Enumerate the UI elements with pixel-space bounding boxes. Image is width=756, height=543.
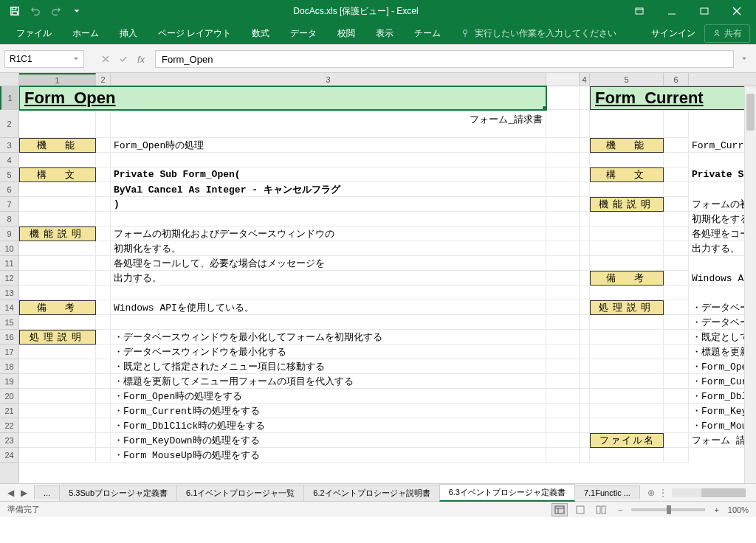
cell[interactable] [580, 433, 590, 448]
cell[interactable] [580, 389, 590, 404]
label-kinou[interactable]: 機 能 [19, 138, 96, 153]
redo-icon[interactable] [47, 2, 65, 20]
cell[interactable] [546, 345, 580, 359]
cell[interactable] [664, 345, 689, 359]
cell[interactable] [546, 359, 580, 374]
cell[interactable] [580, 359, 590, 374]
zoom-handle[interactable] [667, 505, 671, 514]
cell[interactable] [546, 374, 580, 389]
cell[interactable] [546, 153, 580, 167]
cell[interactable] [590, 330, 664, 345]
view-page-break-icon[interactable] [593, 503, 609, 516]
cell[interactable] [96, 138, 111, 153]
cell[interactable] [19, 256, 96, 271]
cell[interactable] [580, 167, 590, 182]
cell[interactable] [96, 110, 111, 138]
cell[interactable] [580, 86, 590, 110]
tab-formulas[interactable]: 数式 [241, 23, 280, 44]
cell[interactable] [664, 182, 689, 197]
label-koubun-r[interactable]: 構 文 [590, 167, 664, 182]
cell[interactable] [664, 286, 689, 300]
cell[interactable] [590, 241, 664, 256]
cell[interactable] [96, 212, 111, 226]
cell-subtitle[interactable]: フォーム_請求書 [111, 110, 546, 138]
cell[interactable] [19, 182, 96, 197]
row-header[interactable]: 23 [0, 433, 18, 448]
cell[interactable] [664, 197, 689, 212]
label-kinou-r[interactable]: 機 能 [590, 138, 664, 153]
cell[interactable] [546, 138, 580, 153]
cell[interactable] [546, 167, 580, 182]
cell[interactable] [580, 330, 590, 345]
cell[interactable] [19, 286, 96, 300]
cell[interactable] [96, 300, 111, 315]
row-header[interactable]: 15 [0, 315, 18, 330]
cell[interactable] [664, 241, 689, 256]
save-icon[interactable] [6, 2, 24, 20]
cell[interactable]: ・Form MouseUp時の処理をする [111, 448, 546, 463]
cell[interactable]: 各処理をコールして、必要な場合はメッセージを [111, 256, 546, 271]
row-header[interactable]: 22 [0, 418, 18, 433]
column-header[interactable]: 6 [664, 73, 689, 86]
label-setsumei-r[interactable]: 機能説明 [590, 197, 664, 212]
cell[interactable] [664, 226, 689, 241]
cell[interactable]: Private Sub Form_Open( [111, 167, 546, 182]
cell[interactable] [19, 374, 96, 389]
view-normal-icon[interactable] [551, 503, 568, 516]
tab-file[interactable]: ファイル [6, 23, 62, 44]
cell[interactable] [546, 241, 580, 256]
cell[interactable] [590, 153, 664, 167]
cell[interactable] [590, 315, 664, 330]
cell[interactable] [580, 418, 590, 433]
row-header[interactable]: 5 [0, 167, 18, 182]
cell[interactable] [580, 110, 590, 138]
sheet-tab-active[interactable]: 6.3イベントプロシージャ定義書 [439, 484, 575, 502]
share-button[interactable]: 共有 [704, 24, 750, 43]
sheet-nav-next-icon[interactable]: ▶ [18, 487, 30, 499]
cell[interactable] [111, 153, 546, 167]
cell[interactable] [546, 286, 580, 300]
cell[interactable] [580, 404, 590, 418]
cell[interactable]: 出力する。 [111, 271, 546, 286]
zoom-value[interactable]: 100% [728, 505, 749, 514]
undo-icon[interactable] [27, 2, 44, 20]
cell[interactable] [19, 448, 96, 463]
qat-dropdown-icon[interactable] [68, 2, 86, 20]
cell[interactable] [580, 138, 590, 153]
minimize-icon[interactable] [659, 2, 685, 20]
cell[interactable] [664, 404, 689, 418]
cell-title-left[interactable]: Form_Open [19, 86, 546, 110]
cell[interactable] [96, 418, 111, 433]
cell[interactable] [580, 300, 590, 315]
column-header[interactable]: 3 [111, 73, 546, 86]
cell[interactable] [19, 389, 96, 404]
cell[interactable] [19, 433, 96, 448]
row-header[interactable]: 1 [0, 86, 18, 110]
signin-link[interactable]: サインイン [651, 27, 695, 40]
cell[interactable] [19, 153, 96, 167]
cell[interactable] [580, 241, 590, 256]
cell[interactable] [664, 389, 689, 404]
cell[interactable] [590, 256, 664, 271]
sheet-tab[interactable]: 5.3Subプロシージャ定義書 [59, 485, 177, 501]
sheet-tab[interactable]: 7.1Functic ... [574, 485, 640, 499]
cell[interactable] [19, 197, 96, 212]
zoom-in-icon[interactable]: + [709, 505, 723, 514]
row-header[interactable]: 8 [0, 212, 18, 226]
row-header[interactable]: 14 [0, 300, 18, 315]
cell[interactable] [546, 182, 580, 197]
cell[interactable] [96, 389, 111, 404]
column-header[interactable]: 4 [580, 73, 590, 86]
tab-page-layout[interactable]: ページ レイアウト [148, 23, 241, 44]
cell[interactable] [590, 359, 664, 374]
label-bikou[interactable]: 備 考 [19, 300, 96, 315]
cell[interactable]: ・標題を更新してメニュー用フォームの項目を代入する [111, 374, 546, 389]
row-header[interactable]: 7 [0, 197, 18, 212]
cell[interactable] [546, 197, 580, 212]
cell[interactable] [546, 330, 580, 345]
cell[interactable] [590, 226, 664, 241]
scroll-thumb[interactable] [746, 94, 755, 131]
cell[interactable] [111, 212, 546, 226]
row-header[interactable]: 24 [0, 448, 18, 463]
cell[interactable] [664, 153, 689, 167]
